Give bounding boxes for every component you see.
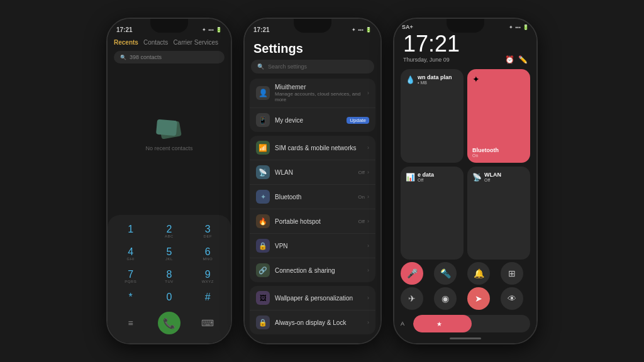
dial-key-6[interactable]: 6 MNO [190, 244, 226, 264]
search-placeholder: Search settings [268, 63, 307, 70]
settings-search-bar[interactable]: 🔍 Search settings [251, 60, 374, 74]
settings-item-wlan[interactable]: 📡 WLAN Off › [250, 160, 375, 185]
call-button[interactable]: 📞 [158, 312, 180, 334]
settings-item-sim[interactable]: 📶 SIM cards & mobile networks › [250, 136, 375, 160]
cc-btn-mic[interactable]: 🎤 [401, 262, 423, 285]
chevron-hotspot: › [367, 218, 369, 224]
cc-btn-flashlight[interactable]: 🔦 [434, 262, 457, 285]
miuithemer-title: Miuithemer [275, 84, 367, 90]
edit-icon[interactable]: ✏️ [518, 55, 528, 64]
cc-btn-eye[interactable]: 👁 [501, 287, 523, 310]
cc-btn-notification[interactable]: 🔔 [467, 262, 490, 285]
contacts-tabs: Recents Contacts Carrier Services [114, 39, 225, 46]
dial-key-8[interactable]: 8 TUV [151, 266, 187, 287]
menu-button[interactable]: ≡ [122, 314, 140, 332]
miuithemer-sub: Manage accounts, cloud services, and mor… [275, 91, 367, 102]
dial-key-4[interactable]: 4 GHI [113, 244, 148, 264]
cc-battery-icon: 🔋 [523, 25, 529, 30]
bt-icon: ✦ [352, 27, 356, 33]
cc-btn-focus[interactable]: ◉ [434, 287, 457, 310]
bluetooth-title: Bluetooth [275, 194, 358, 200]
search-icon-settings: 🔍 [257, 63, 264, 70]
sim-icon: 📶 [256, 141, 270, 155]
settings-section-personal: 🖼 Wallpaper & personalization › 🔒 Always… [250, 286, 375, 334]
chevron-bt: › [367, 194, 369, 200]
cc-tile-wlan[interactable]: 📡 WLAN Off [467, 167, 530, 260]
miuithemer-icon: 👤 [256, 86, 270, 100]
aod-icon: 🔒 [256, 315, 270, 329]
data-tile-sub: • MB [418, 80, 452, 85]
settings-item-mydevice[interactable]: 📱 My device Update [250, 108, 375, 132]
aod-title: Always-on display & Lock [275, 319, 367, 326]
chevron-conn: › [367, 267, 369, 273]
cc-tile-edata[interactable]: 📊 e data Off [401, 167, 464, 260]
phone-control-center: SA+ ✦ ▪▪▪ 🔋 17:21 Thursday, June 09 ⏰ ✏️… [393, 18, 538, 344]
edata-icon: 📊 [406, 173, 415, 182]
mydevice-title: My device [275, 117, 347, 124]
dial-key-star[interactable]: * [113, 289, 148, 305]
notch [150, 19, 188, 33]
dial-key-3[interactable]: 3 DEF [190, 221, 226, 241]
dial-key-0[interactable]: 0 [151, 289, 187, 305]
chevron-sim: › [367, 145, 369, 151]
search-icon: 🔍 [120, 55, 126, 60]
hotspot-icon: 🔥 [256, 214, 270, 228]
dialpad: 1 2 ABC 3 DEF 4 GHI 5 JKL [108, 215, 231, 343]
chevron-wlan: › [367, 169, 369, 175]
keyboard-button[interactable]: ⌨ [199, 314, 216, 332]
edata-tile-sub: Off [418, 178, 434, 182]
brightness-label: A [401, 321, 408, 327]
dialpad-grid: 1 2 ABC 3 DEF 4 GHI 5 JKL [113, 221, 226, 305]
contacts-search[interactable]: 🔍 398 contacts [114, 51, 225, 63]
dial-key-1[interactable]: 1 [113, 221, 148, 241]
cc-small-row2: ✈ ◉ ➤ 👁 [394, 287, 536, 312]
wlan-title: WLAN [275, 169, 358, 176]
chevron-wall: › [367, 295, 369, 301]
settings-item-hotspot[interactable]: 🔥 Portable hotspot Off › [250, 209, 375, 234]
tab-contacts[interactable]: Contacts [143, 39, 168, 46]
cc-btn-location[interactable]: ➤ [467, 287, 490, 310]
search-hint: 398 contacts [130, 54, 162, 60]
alarm-icon[interactable]: ⏰ [505, 55, 514, 64]
no-recents-area: No recent contacts [108, 67, 231, 215]
hotspot-title: Portable hotspot [275, 218, 358, 225]
cc-btn-screen[interactable]: ⊞ [501, 262, 523, 285]
bt-tile-title: Bluetooth [472, 147, 525, 153]
home-bar[interactable] [450, 337, 481, 339]
dial-key-hash[interactable]: # [190, 289, 226, 305]
dial-key-2[interactable]: 2 ABC [151, 221, 187, 241]
status-icons-1: ✦ ▪▪▪ 🔋 [202, 27, 222, 33]
dial-key-9[interactable]: 9 WXYZ [190, 266, 226, 287]
settings-item-vpn[interactable]: 🔒 VPN › [250, 234, 375, 258]
tab-recents[interactable]: Recents [114, 39, 138, 46]
settings-item-miuithemer[interactable]: 👤 Miuithemer Manage accounts, cloud serv… [250, 79, 375, 108]
cc-small-row1: 🎤 🔦 🔔 ⊞ [394, 262, 536, 287]
cc-brightness-area: A ★ [394, 312, 536, 335]
dial-key-7[interactable]: 7 PQRS [113, 266, 148, 287]
hotspot-status: Off [358, 219, 365, 224]
settings-title: Settings [245, 36, 380, 60]
dialpad-bottom: ≡ 📞 ⌨ [113, 309, 226, 337]
cc-carrier: SA+ [402, 24, 413, 30]
sim-title: SIM cards & mobile networks [275, 145, 367, 151]
brightness-star: ★ [436, 321, 442, 327]
notch-2 [294, 19, 331, 33]
cc-tile-bluetooth[interactable]: ✦ Bluetooth On [467, 69, 530, 163]
brightness-fill [413, 315, 472, 332]
dial-key-5[interactable]: 5 JKL [151, 244, 187, 264]
settings-item-wallpaper[interactable]: 🖼 Wallpaper & personalization › [250, 286, 375, 310]
vpn-title: VPN [275, 243, 367, 250]
chevron-aod: › [367, 319, 369, 326]
cc-btn-airplane[interactable]: ✈ [401, 287, 423, 310]
cc-status-icons: ✦ ▪▪▪ 🔋 [509, 25, 529, 30]
settings-item-bluetooth[interactable]: ✦ Bluetooth On › [250, 185, 375, 209]
settings-item-aod[interactable]: 🔒 Always-on display & Lock › [250, 310, 375, 334]
edata-tile-title: e data [418, 172, 434, 178]
battery-icon-2: 🔋 [365, 27, 372, 33]
brightness-track[interactable]: ★ [413, 315, 530, 332]
tab-carrier[interactable]: Carrier Services [173, 39, 218, 46]
phone-settings: 17:21 ✦ ▪▪▪ 🔋 Settings 🔍 Search settings… [243, 18, 382, 344]
cc-tile-data-plan[interactable]: 💧 wn data plan • MB [401, 69, 464, 163]
cc-tiles-grid: 💧 wn data plan • MB ✦ Bluetooth On 📊 [394, 67, 536, 262]
settings-item-connection-sharing[interactable]: 🔗 Connection & sharing › [250, 258, 375, 282]
